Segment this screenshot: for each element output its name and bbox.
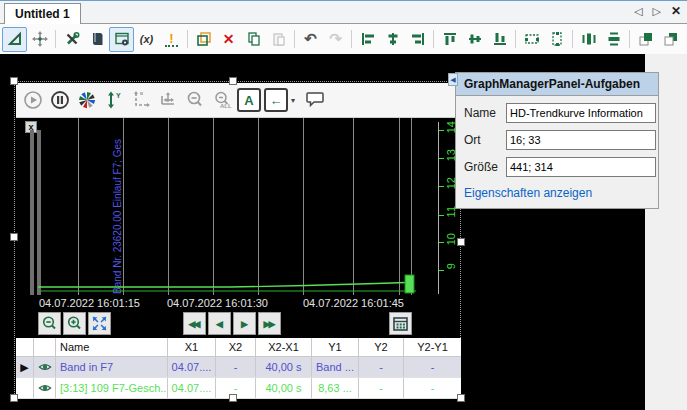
distribute-vertical-button[interactable] [601,27,626,52]
nav-prev-button[interactable]: ◀ [208,312,231,335]
same-width-button[interactable] [519,27,544,52]
selection-handle-middle-right[interactable] [457,238,465,246]
fit-view-button[interactable] [88,312,111,335]
header-name[interactable]: Name [56,338,168,356]
tab-untitled-1[interactable]: Untitled 1 [4,3,81,24]
y-scale-icon: Y [104,90,124,110]
header-x2[interactable]: X2 [216,338,256,356]
header-y2[interactable]: Y2 [359,338,404,356]
panel-config-button[interactable] [109,27,134,52]
function-button[interactable]: (x) [134,27,159,52]
tools-button[interactable] [59,27,84,52]
calendar-button[interactable] [389,312,412,335]
selection-handle-bottom-left[interactable] [10,394,18,402]
play-button[interactable] [21,88,45,112]
pan-button[interactable] [156,88,180,112]
align-middle-button[interactable] [462,27,487,52]
table-row[interactable]: ▶ Band in F7 04.07.... - 40,00 s Band ..… [16,357,461,378]
visibility-eye-button[interactable] [34,357,56,377]
selection-handle-top-middle[interactable] [229,77,237,85]
x-axis-label: 04.07.2022 16:01:45 [303,297,404,309]
wrench-icon [64,31,80,47]
zoom-out-button[interactable] [183,88,207,112]
show-properties-link[interactable]: Eigenschaften anzeigen [464,186,650,200]
y-tick [439,130,444,131]
toolbar-separator [572,30,573,48]
header-y1[interactable]: Y1 [312,338,359,356]
bring-to-front-button[interactable] [633,27,658,52]
selection-handle-middle-left[interactable] [10,233,18,241]
align-left-button[interactable] [355,27,380,52]
history-back-dropdown[interactable]: ▾ [291,96,300,105]
event-marker-button[interactable]: ! [159,27,184,52]
eye-icon [38,360,52,374]
align-bottom-icon [492,31,508,47]
selection-handle-bottom-right[interactable] [457,394,465,402]
prev-tab-icon[interactable]: ◁ [634,5,642,18]
nav-last-button[interactable]: ▶▶ [258,312,281,335]
send-backward-button[interactable] [683,27,687,52]
groesse-input[interactable] [506,157,656,177]
copy-button[interactable] [241,27,266,52]
same-height-icon [549,31,565,47]
distribute-horizontal-button[interactable] [576,27,601,52]
curve-table: Name X1 X2 X2-X1 Y1 Y2 Y2-Y1 ▶ Band in F… [16,338,461,398]
axis-zoom-button[interactable] [129,88,153,112]
move-mode-button[interactable] [27,27,52,52]
name-input[interactable] [506,103,656,123]
cell-y1: Band ... [312,357,359,377]
visibility-eye-button[interactable] [34,378,56,398]
align-right-button[interactable] [405,27,430,52]
header-x1[interactable]: X1 [168,338,216,356]
zoom-all-button[interactable]: ALL [210,88,234,112]
next-tab-icon[interactable]: ▷ [652,5,660,18]
nav-next-button[interactable]: ▶ [233,312,256,335]
send-to-back-button[interactable] [658,27,683,52]
nav-first-button[interactable]: ◀◀ [183,312,206,335]
last-icon: ▶▶ [264,319,276,329]
annotation-button[interactable]: A [237,88,261,112]
svg-text:Y: Y [116,92,121,99]
library-button[interactable] [84,27,109,52]
header-marker-cell [16,338,34,356]
y-axis-line [438,122,439,294]
selection-handle-top-left[interactable] [10,77,18,85]
bring-to-front-icon [638,31,654,47]
header-x2x1[interactable]: X2-X1 [256,338,312,356]
panel-collapse-button[interactable]: ◀ [448,73,458,86]
play-icon [23,90,43,110]
comment-button[interactable] [303,88,327,112]
axis-zoom-icon [131,90,151,110]
close-tab-icon[interactable]: ✕ [671,4,681,18]
duplicate-window-button[interactable] [191,27,216,52]
zoom-out-icon [185,90,205,110]
align-top-button[interactable] [437,27,462,52]
graph-manager-panel-control[interactable]: Y ALL A ← ▾ [14,81,461,398]
plot-area[interactable]: x Band Nr. 23620.00 Einlauf F7; Ges [16,118,460,297]
toolbar-separator [351,30,352,48]
tab-navigation: ◁ ▷ ✕ [634,4,681,18]
delete-button[interactable]: ✕ [216,27,241,52]
groesse-label: Größe [464,160,506,174]
range-zoom-out-button[interactable] [38,312,61,335]
curve-colors-button[interactable] [75,88,99,112]
header-y2y1[interactable]: Y2-Y1 [404,338,461,356]
tab-bar: Untitled 1 ◁ ▷ ✕ [0,1,687,24]
pause-button[interactable] [48,88,72,112]
selection-handle-bottom-middle[interactable] [229,394,237,402]
table-row[interactable]: [3:13] 109 F7-Gesch... 04.07.... - 40,00… [16,378,461,399]
redo-button[interactable]: ↷ [323,27,348,52]
y-scale-button[interactable]: Y [102,88,126,112]
groesse-field-row: Größe [464,157,650,177]
calendar-icon [392,315,409,332]
design-mode-button[interactable] [2,27,27,52]
align-bottom-button[interactable] [487,27,512,52]
paste-button[interactable] [266,27,291,52]
range-zoom-in-button[interactable] [63,312,86,335]
align-center-button[interactable] [380,27,405,52]
ort-input[interactable] [506,130,656,150]
undo-button[interactable]: ↶ [298,27,323,52]
history-back-button[interactable]: ← [264,88,288,112]
same-height-button[interactable] [544,27,569,52]
toolbar-separator [433,30,434,48]
